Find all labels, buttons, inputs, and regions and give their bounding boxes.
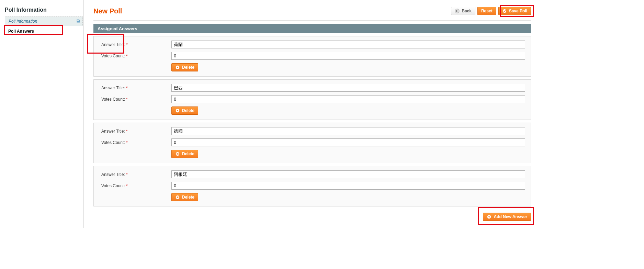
delete-row: Delete: [171, 150, 525, 158]
delete-button-label: Delete: [182, 152, 194, 156]
back-button[interactable]: Back: [451, 7, 475, 15]
delete-row: Delete: [171, 63, 525, 71]
answer-block: Answer Title: * Votes Count: * Delete: [93, 36, 531, 77]
delete-button[interactable]: Delete: [171, 193, 198, 201]
answer-title-input[interactable]: [171, 170, 525, 178]
votes-count-input[interactable]: [171, 95, 525, 103]
delete-row: Delete: [171, 193, 525, 201]
svg-point-0: [455, 9, 459, 13]
page-header: New Poll Back Reset Save Poll: [93, 7, 531, 21]
answer-block: Answer Title: * Votes Count: * Delete: [93, 79, 531, 120]
reset-button-label: Reset: [481, 9, 493, 13]
answer-title-input[interactable]: [171, 41, 525, 48]
delete-button-label: Delete: [182, 65, 194, 70]
required-marker: *: [126, 42, 128, 47]
save-poll-button[interactable]: Save Poll: [498, 7, 531, 15]
required-marker: *: [126, 54, 128, 58]
back-button-label: Back: [462, 9, 472, 13]
plus-circle-icon: [487, 214, 492, 219]
required-marker: *: [126, 129, 128, 134]
delete-row: Delete: [171, 107, 525, 115]
add-new-answer-button[interactable]: Add New Answer: [483, 213, 531, 221]
votes-count-input-wrap: [171, 52, 525, 60]
sidebar-item-label: Poll Answers: [8, 29, 34, 34]
answer-title-label: Answer Title: *: [99, 42, 171, 47]
required-marker: *: [126, 140, 128, 145]
floppy-icon: [76, 19, 80, 23]
answer-block: Answer Title: * Votes Count: * Delete: [93, 166, 531, 206]
answer-title-input-wrap: [171, 41, 525, 48]
sidebar-item-poll-answers[interactable]: Poll Answers: [5, 26, 83, 36]
check-circle-icon: [502, 9, 507, 13]
delete-button-label: Delete: [182, 195, 194, 200]
required-marker: *: [126, 172, 128, 177]
section-header: Assigned Answers: [93, 24, 531, 33]
answer-title-input[interactable]: [171, 127, 525, 135]
votes-count-input[interactable]: [171, 138, 525, 146]
delete-button[interactable]: Delete: [171, 150, 198, 158]
answer-block: Answer Title: * Votes Count: * Delete: [93, 123, 531, 163]
required-marker: *: [126, 86, 128, 90]
votes-count-label: Votes Count: *: [99, 97, 171, 102]
votes-count-label: Votes Count: *: [99, 140, 171, 145]
required-marker: *: [126, 183, 128, 188]
x-circle-icon: [175, 65, 180, 70]
x-circle-icon: [175, 195, 180, 200]
sidebar: Poll Information Poll Information Poll A…: [0, 0, 84, 228]
page-title: New Poll: [93, 7, 122, 15]
answer-title-input-wrap: [171, 84, 525, 92]
add-new-answer-label: Add New Answer: [494, 214, 527, 219]
delete-button[interactable]: Delete: [171, 63, 198, 71]
form-row: Votes Count: *: [99, 52, 525, 60]
save-poll-button-label: Save Poll: [509, 9, 527, 13]
sidebar-item-label: Poll Information: [9, 19, 37, 24]
x-circle-icon: [175, 152, 180, 156]
form-row: Answer Title: *: [99, 84, 525, 92]
votes-count-label: Votes Count: *: [99, 183, 171, 188]
reset-button[interactable]: Reset: [477, 7, 496, 15]
header-buttons: Back Reset Save Poll: [451, 7, 531, 15]
sidebar-title: Poll Information: [5, 7, 83, 16]
answer-title-label: Answer Title: *: [99, 172, 171, 177]
votes-count-input-wrap: [171, 182, 525, 190]
answer-title-input[interactable]: [171, 84, 525, 92]
votes-count-input-wrap: [171, 95, 525, 103]
delete-button[interactable]: Delete: [171, 107, 198, 115]
x-circle-icon: [175, 108, 180, 113]
votes-count-input[interactable]: [171, 182, 525, 190]
form-row: Votes Count: *: [99, 182, 525, 190]
sidebar-item-poll-information[interactable]: Poll Information: [5, 16, 83, 26]
form-row: Answer Title: *: [99, 127, 525, 135]
delete-button-label: Delete: [182, 108, 194, 113]
form-row: Answer Title: *: [99, 170, 525, 178]
form-row: Votes Count: *: [99, 95, 525, 103]
main-content: New Poll Back Reset Save Poll: [84, 0, 536, 228]
required-marker: *: [126, 97, 128, 102]
votes-count-input[interactable]: [171, 52, 525, 60]
votes-count-label: Votes Count: *: [99, 54, 171, 58]
answer-title-label: Answer Title: *: [99, 86, 171, 90]
footer-actions: Add New Answer: [93, 213, 531, 221]
answer-title-input-wrap: [171, 127, 525, 135]
form-row: Votes Count: *: [99, 138, 525, 146]
back-arrow-icon: [455, 9, 460, 13]
answer-title-input-wrap: [171, 170, 525, 178]
answer-title-label: Answer Title: *: [99, 129, 171, 134]
form-row: Answer Title: *: [99, 41, 525, 48]
votes-count-input-wrap: [171, 138, 525, 146]
